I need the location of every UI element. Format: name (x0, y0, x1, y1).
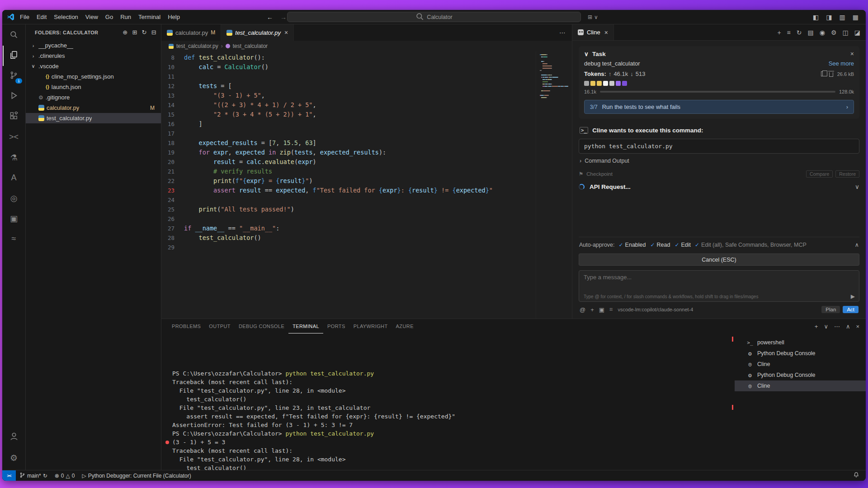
tree-item-clinerules[interactable]: ›.clinerules (26, 51, 161, 61)
problems-item[interactable]: ⊗ 0 △ 0 (51, 470, 79, 481)
new-folder-icon[interactable]: ⊞ (132, 29, 137, 36)
code-line[interactable]: 20 result = calc.evaluate(expr) (161, 157, 536, 167)
todo-banner[interactable]: 3/7 Run the tests to see what fails › (584, 100, 854, 114)
code-line[interactable]: 8def test_calculator(): (161, 53, 536, 62)
tab-test-calculator-py[interactable]: test_calculator.py× (221, 24, 294, 41)
code-line[interactable]: 10 calc = Calculator() (161, 62, 536, 72)
code-line[interactable]: 26 (161, 214, 536, 224)
see-more-link[interactable]: See more (829, 60, 854, 67)
list-icon[interactable]: ≡ (787, 29, 791, 36)
code-line[interactable]: 28 test_calculator() (161, 233, 536, 243)
plan-toggle[interactable]: Plan (821, 306, 840, 313)
image-icon[interactable]: ▣ (599, 306, 604, 313)
restore-button[interactable]: Restore (835, 170, 859, 178)
task-header[interactable]: ∨ Task × (584, 50, 854, 57)
menu-view[interactable]: View (82, 10, 102, 24)
menu-selection[interactable]: Selection (50, 10, 81, 24)
menu-run[interactable]: Run (117, 10, 135, 24)
breadcrumb-segment[interactable]: test_calculator.py (176, 43, 218, 49)
activity-docker[interactable]: ≈ (3, 229, 25, 249)
close-icon[interactable]: × (604, 29, 608, 36)
tree-item-gitignore[interactable]: ⚙.gitignore (26, 92, 161, 103)
message-input-box[interactable]: Type @ for context, / for slash commands… (579, 270, 859, 302)
panel-tab-output[interactable]: OUTPUT (205, 319, 235, 333)
menu-edit[interactable]: Edit (33, 10, 50, 24)
trash-icon[interactable] (829, 72, 833, 77)
copy-icon[interactable] (821, 71, 825, 76)
collapse-all-icon[interactable]: ⊟ (151, 29, 156, 36)
debugger-item[interactable]: ▷ Python Debugger: Current File (Calcula… (78, 470, 194, 481)
menu-go[interactable]: Go (102, 10, 117, 24)
notifications-bell-icon[interactable] (853, 472, 859, 479)
close-panel-icon[interactable]: × (856, 323, 859, 330)
tree-item-test-calculator-py[interactable]: test_calculator.py (26, 113, 161, 123)
refresh-icon[interactable]: ↻ (142, 29, 147, 36)
activity-live-preview[interactable]: ◎ (3, 188, 25, 208)
remote-indicator[interactable]: >< (2, 470, 16, 481)
marketplace-icon[interactable]: ▤ (808, 29, 814, 36)
tab-cline[interactable]: Cline × (572, 24, 614, 40)
terminal-list-item-cline[interactable]: ◎Cline (735, 380, 866, 391)
activity-accounts[interactable] (3, 427, 25, 448)
activity-search[interactable] (3, 25, 25, 46)
code-line[interactable]: 22 print(f"{expr} = {result}") (161, 176, 536, 186)
activity-azure[interactable]: A (3, 168, 25, 188)
breadcrumb-segment[interactable]: test_calculator (233, 43, 268, 49)
more-icon[interactable]: ⋯ (834, 323, 840, 330)
code-line[interactable]: 24 (161, 195, 536, 205)
menu-file[interactable]: File (16, 10, 33, 24)
forward-icon[interactable]: → (280, 14, 287, 21)
panel-tab-terminal[interactable]: TERMINAL (288, 319, 323, 333)
settings-icon[interactable]: ⚙ (831, 29, 837, 36)
new-file-icon[interactable]: ⊕ (123, 29, 127, 36)
customize-layout-icon[interactable]: ▦ (853, 14, 859, 21)
terminal-dropdown-icon[interactable]: ∨ (824, 323, 828, 330)
maximize-panel-icon[interactable]: ∧ (846, 323, 850, 330)
act-toggle[interactable]: Act (843, 306, 859, 313)
tree-item-cline-mcp-settings-json[interactable]: {}cline_mcp_settings.json (26, 71, 161, 82)
new-terminal-icon[interactable]: + (815, 323, 818, 330)
activity-settings[interactable]: ⚙ (3, 448, 25, 468)
code-line[interactable]: 23 assert result == expected, f"Test fai… (161, 186, 536, 195)
back-icon[interactable]: ← (267, 14, 273, 21)
toggle-panel-icon[interactable]: ◨ (826, 14, 832, 21)
mention-icon[interactable]: @ (580, 306, 585, 313)
panel-tab-azure[interactable]: AZURE (392, 319, 418, 333)
command-center-search[interactable]: Calculator (287, 12, 581, 22)
code-line[interactable]: 25 print("All tests passed!") (161, 205, 536, 214)
cancel-button[interactable]: Cancel (ESC) (579, 253, 859, 266)
message-input[interactable] (584, 274, 854, 291)
code-line[interactable]: 15 "2 * (3 + 4 * (5 + 2)) + 1", (161, 110, 536, 119)
minimap[interactable] (536, 52, 572, 319)
activity-extensions[interactable] (3, 107, 25, 127)
code-line[interactable]: 29 (161, 243, 536, 252)
panel-tab-debug-console[interactable]: DEBUG CONSOLE (235, 319, 288, 333)
toggle-primary-sidebar-icon[interactable]: ◧ (813, 14, 819, 21)
auto-approve-option-read[interactable]: ✓Read (650, 242, 670, 248)
tab-calculator-py[interactable]: calculator.pyM (161, 24, 221, 41)
compare-button[interactable]: Compare (806, 170, 833, 178)
menu-help[interactable]: Help (164, 10, 184, 24)
code-line[interactable]: 13 "(3 - 1) + 5", (161, 91, 536, 100)
tree-item-pycache[interactable]: ›__pycache__ (26, 40, 161, 51)
api-request-row[interactable]: API Request... ∨ (579, 183, 859, 190)
add-context-icon[interactable]: + (590, 306, 594, 313)
code-line[interactable]: 19 for expr, expected in zip(tests, expe… (161, 148, 536, 157)
terminal[interactable]: PS C:\Users\ozzafar\Calculator> python t… (161, 333, 735, 470)
toggle-secondary-sidebar-icon[interactable]: ▥ (840, 14, 845, 21)
model-selector[interactable]: vscode-lm:copilot/claude-sonnet-4 (618, 307, 693, 312)
new-task-icon[interactable]: + (777, 29, 781, 36)
terminal-list-item-python-debug-console[interactable]: ⚙Python Debug Console (735, 370, 866, 380)
terminal-list-item-powershell[interactable]: >_powershell (735, 337, 866, 348)
tree-item-calculator-py[interactable]: calculator.pyM (26, 103, 161, 113)
layout-icon[interactable]: ◫ (843, 29, 849, 36)
code-line[interactable]: 11 (161, 72, 536, 81)
panel-tab-problems[interactable]: PROBLEMS (168, 319, 205, 333)
panel-tab-playwright[interactable]: PLAYWRIGHT (349, 319, 392, 333)
terminal-list-item-cline[interactable]: ◎Cline (735, 359, 866, 370)
menu-terminal[interactable]: Terminal (135, 10, 164, 24)
code-line[interactable]: 17 (161, 129, 536, 138)
editor-more-actions-icon[interactable]: ⋯ (553, 29, 572, 36)
tree-item-vscode[interactable]: ∨.vscode (26, 61, 161, 71)
panel-tab-ports[interactable]: PORTS (323, 319, 349, 333)
